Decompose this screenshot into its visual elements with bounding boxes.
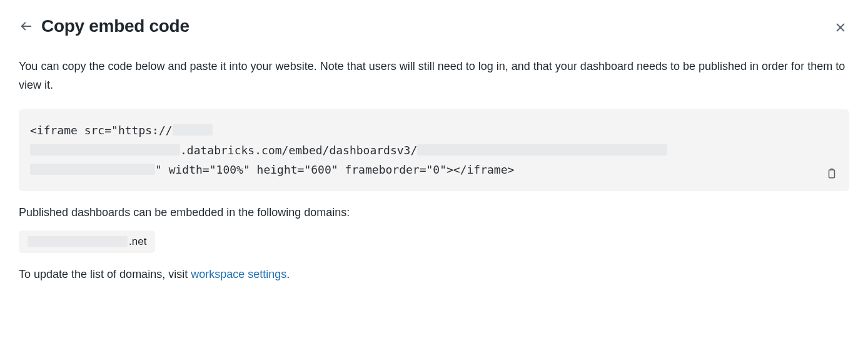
domains-label: Published dashboards can be embedded in … [19,206,849,219]
redacted-host-mid [30,144,180,156]
embed-code-dialog: Copy embed code You can copy the code be… [0,0,868,300]
embed-code-block: <iframe src="https:// .databricks.com/em… [19,109,849,191]
redacted-tail [30,164,155,175]
domain-chip: .net [19,230,155,253]
back-arrow-icon[interactable] [19,19,34,34]
redacted-dashboard-id [417,144,667,156]
svg-rect-3 [829,170,835,178]
domain-suffix: .net [129,235,146,248]
close-icon[interactable] [832,19,849,36]
update-suffix: . [286,268,290,280]
code-text-1: <iframe src="https:// [30,124,173,137]
code-text-2: .databricks.com/embed/dashboardsv3/ [180,144,417,157]
redacted-domain-name [28,236,128,247]
update-prefix: To update the list of domains, visit [19,268,191,280]
update-domains-line: To update the list of domains, visit wor… [19,268,849,281]
code-text-quote: " [155,163,162,176]
copy-icon[interactable] [824,166,839,181]
dialog-description: You can copy the code below and paste it… [19,57,849,94]
redacted-host-prefix [173,124,213,136]
dialog-header: Copy embed code [19,16,849,36]
dialog-title: Copy embed code [41,16,189,36]
workspace-settings-link[interactable]: workspace settings [191,268,286,280]
code-text-3: width="100%" height="600" frameborder="0… [162,163,515,176]
